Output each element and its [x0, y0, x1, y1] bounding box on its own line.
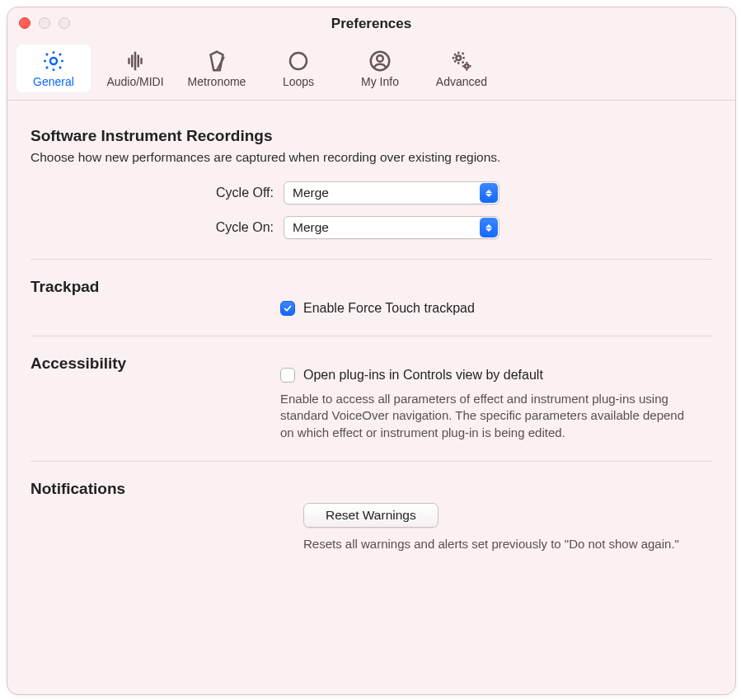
window-controls	[19, 17, 70, 29]
up-down-arrows-icon	[480, 183, 498, 203]
tab-metronome[interactable]: Metronome	[179, 44, 255, 93]
loop-icon	[286, 49, 311, 73]
svg-point-4	[457, 56, 462, 61]
title-bar: Preferences	[7, 7, 735, 40]
close-window-button[interactable]	[19, 17, 30, 29]
up-down-arrows-icon	[480, 218, 498, 237]
svg-point-3	[377, 55, 383, 62]
svg-point-1	[290, 53, 307, 69]
reset-warnings-button-label: Reset Warnings	[326, 508, 416, 523]
enable-force-touch-label: Enable Force Touch trackpad	[303, 301, 475, 316]
window-title: Preferences	[331, 16, 411, 32]
tab-label: Loops	[283, 75, 314, 88]
cycle-on-label: Cycle On:	[30, 220, 284, 235]
section-title-accessibility: Accessibility	[30, 355, 280, 373]
tab-label: Advanced	[436, 75, 487, 88]
toolbar: General Audio/MIDI Metronome Loops	[7, 40, 735, 101]
cycle-off-select[interactable]: Merge	[284, 181, 499, 204]
cycle-off-value: Merge	[293, 186, 329, 200]
open-plugins-controls-view-label: Open plug-ins in Controls view by defaul…	[303, 368, 543, 383]
tab-my-info[interactable]: My Info	[342, 44, 418, 93]
tab-label: My Info	[361, 75, 399, 88]
divider	[30, 461, 712, 462]
notifications-help-text: Resets all warnings and alerts set previ…	[303, 536, 696, 552]
reset-warnings-button[interactable]: Reset Warnings	[303, 503, 439, 528]
section-description: Choose how new performances are captured…	[30, 150, 712, 165]
metronome-icon	[204, 49, 229, 73]
section-title-notifications: Notifications	[30, 480, 280, 498]
waveform-icon	[123, 49, 148, 73]
cycle-on-value: Merge	[293, 220, 329, 235]
zoom-window-button[interactable]	[59, 17, 70, 29]
tab-general[interactable]: General	[16, 44, 91, 93]
content-area: Software Instrument Recordings Choose ho…	[7, 101, 735, 694]
accessibility-help-text: Enable to access all parameters of effec…	[280, 391, 692, 441]
tab-label: Metronome	[188, 75, 246, 88]
enable-force-touch-checkbox[interactable]	[280, 301, 295, 316]
tab-audio-midi[interactable]: Audio/MIDI	[97, 44, 173, 93]
section-title-trackpad: Trackpad	[30, 278, 280, 296]
open-plugins-controls-view-checkbox[interactable]	[280, 368, 295, 383]
tab-label: General	[33, 75, 74, 88]
tab-label: Audio/MIDI	[106, 75, 163, 88]
cycle-off-label: Cycle Off:	[30, 186, 284, 200]
section-title-software-instrument-recordings: Software Instrument Recordings	[30, 127, 712, 145]
tab-advanced[interactable]: Advanced	[424, 44, 499, 93]
gear-icon	[41, 49, 66, 73]
tab-loops[interactable]: Loops	[260, 44, 336, 93]
person-circle-icon	[368, 49, 392, 73]
preferences-window: Preferences General Audio/MIDI Metro	[7, 7, 736, 695]
cycle-on-select[interactable]: Merge	[284, 216, 499, 239]
gears-icon	[449, 49, 474, 73]
divider	[30, 336, 712, 336]
svg-point-0	[50, 58, 57, 64]
svg-point-5	[465, 64, 469, 68]
minimize-window-button[interactable]	[39, 17, 50, 29]
divider	[30, 259, 712, 260]
